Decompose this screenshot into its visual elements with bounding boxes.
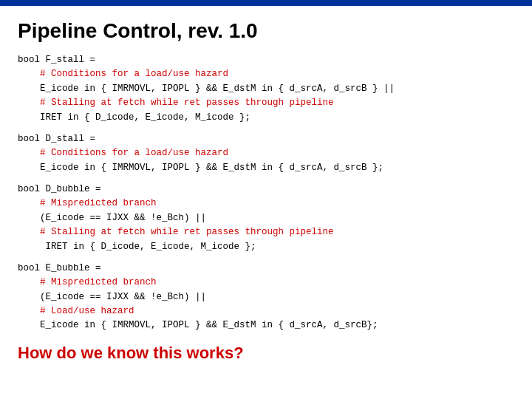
e-bubble-section: bool E_bubble = # Mispredicted branch (E… bbox=[18, 262, 514, 333]
d-bubble-section: bool D_bubble = # Mispredicted branch (E… bbox=[18, 183, 514, 254]
code-line-comment: # Mispredicted branch bbox=[18, 276, 514, 290]
code-line: E_icode in { IMRMOVL, IPOPL } && E_dstM … bbox=[18, 318, 514, 332]
code-line: bool F_stall = bbox=[18, 53, 514, 67]
code-line: E_icode in { IMRMOVL, IPOPL } && E_dstM … bbox=[18, 161, 514, 175]
code-line-comment: # Load/use hazard bbox=[18, 304, 514, 318]
code-line-comment: # Stalling at fetch while ret passes thr… bbox=[18, 96, 514, 110]
bottom-question: How do we know this works? bbox=[18, 344, 514, 363]
f-stall-section: bool F_stall = # Conditions for a load/u… bbox=[18, 53, 514, 125]
d-stall-section: bool D_stall = # Conditions for a load/u… bbox=[18, 132, 514, 175]
code-line: IRET in { D_icode, E_icode, M_icode }; bbox=[18, 240, 514, 254]
code-line: bool D_stall = bbox=[18, 132, 514, 146]
code-line: (E_icode == IJXX && !e_Bch) || bbox=[18, 290, 514, 304]
page-title: Pipeline Control, rev. 1.0 bbox=[18, 19, 514, 43]
code-line-comment: # Conditions for a load/use hazard bbox=[18, 146, 514, 160]
code-block: bool F_stall = # Conditions for a load/u… bbox=[18, 53, 514, 333]
code-line-comment: # Mispredicted branch bbox=[18, 197, 514, 211]
code-line: IRET in { D_icode, E_icode, M_icode }; bbox=[18, 111, 514, 125]
top-bar bbox=[0, 0, 532, 6]
code-line: (E_icode == IJXX && !e_Bch) || bbox=[18, 211, 514, 225]
code-line: E_icode in { IMRMOVL, IPOPL } && E_dstM … bbox=[18, 82, 514, 96]
code-line-comment: # Conditions for a load/use hazard bbox=[18, 67, 514, 81]
code-line: bool D_bubble = bbox=[18, 183, 514, 197]
code-line: bool E_bubble = bbox=[18, 262, 514, 276]
main-content: Pipeline Control, rev. 1.0 bool F_stall … bbox=[0, 6, 532, 370]
code-line-comment: # Stalling at fetch while ret passes thr… bbox=[18, 225, 514, 239]
